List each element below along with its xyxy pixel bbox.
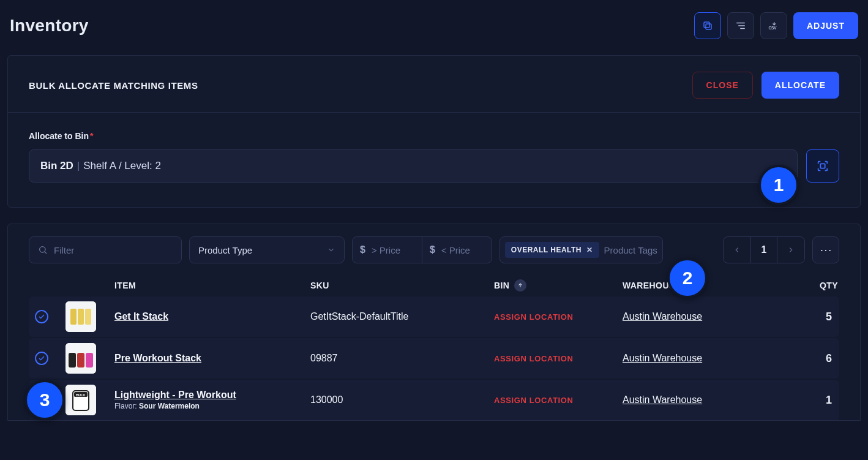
item-sku: 130000 [310, 394, 494, 405]
selected-bin-name: Bin 2D [40, 160, 73, 172]
svg-text:CSV: CSV [768, 26, 777, 30]
svg-rect-0 [706, 24, 711, 29]
selected-bin-pipe: | [77, 160, 80, 172]
col-item[interactable]: ITEM [114, 281, 310, 290]
filter-search[interactable] [29, 236, 182, 263]
svg-rect-13 [85, 309, 91, 325]
pager: 1 [723, 236, 805, 263]
scan-bin-button[interactable] [806, 149, 839, 183]
page-header: Inventory CSV ADJUST [0, 0, 868, 39]
inventory-list: Product Type $ $ OVERALL HEALTH ✕ Produc… [7, 224, 861, 421]
inventory-table: ITEM SKU BIN WAREHOUSE QTY [8, 279, 860, 420]
sort-asc-icon [514, 279, 526, 292]
copy-icon [702, 20, 713, 31]
product-type-label: Product Type [198, 245, 252, 255]
item-qty: 6 [757, 352, 839, 365]
product-thumbnail: BULK [65, 385, 96, 415]
export-csv-button[interactable]: CSV [760, 12, 787, 39]
dollar-icon: $ [360, 244, 365, 255]
item-name-link[interactable]: Get It Stack [114, 311, 168, 322]
svg-rect-6 [820, 164, 825, 168]
table-row: Get It Stack GetItStack-DefaultTitle ASS… [29, 296, 839, 337]
svg-rect-17 [86, 353, 93, 368]
product-thumbnail [65, 343, 96, 374]
pager-number: 1 [750, 236, 777, 263]
col-warehouse[interactable]: WAREHOUSE [623, 281, 757, 290]
page-title: Inventory [10, 16, 89, 36]
svg-point-7 [40, 247, 45, 252]
item-variant: Flavor: Sour Watermelon [114, 402, 310, 410]
dollar-icon: $ [430, 244, 435, 255]
selected-bin-path: Shelf A / Level: 2 [83, 160, 161, 172]
item-qty: 1 [757, 394, 839, 407]
chevron-down-icon [327, 246, 335, 254]
table-row: BULK Lightweight - Pre Workout Flavor: S… [29, 380, 839, 420]
item-name-link[interactable]: Pre Workout Stack [114, 353, 201, 363]
close-button[interactable]: CLOSE [692, 72, 753, 99]
row-select-checkbox[interactable] [35, 393, 48, 407]
assign-location-link[interactable]: ASSIGN LOCATION [494, 396, 573, 405]
pager-next[interactable] [777, 236, 804, 263]
allocate-bin-select[interactable]: Bin 2D | Shelf A / Level: 2 [29, 149, 798, 183]
col-sku[interactable]: SKU [310, 281, 494, 290]
assign-location-link[interactable]: ASSIGN LOCATION [494, 312, 573, 322]
table-row: Pre Workout Stack 09887 ASSIGN LOCATION … [29, 338, 839, 379]
product-thumbnail [65, 301, 96, 332]
svg-rect-16 [77, 353, 84, 368]
allocate-bin-label: Allocate to Bin * [29, 131, 839, 141]
svg-rect-15 [69, 353, 76, 368]
price-max-input[interactable] [441, 245, 484, 255]
warehouse-link[interactable]: Austin Warehouse [623, 394, 702, 405]
col-bin[interactable]: BIN [494, 279, 623, 292]
allocate-button[interactable]: ALLOCATE [761, 72, 839, 99]
item-sku: GetItStack-DefaultTitle [310, 311, 494, 322]
csv-export-icon: CSV [768, 20, 780, 31]
svg-rect-12 [78, 309, 84, 325]
required-asterisk: * [90, 131, 93, 141]
product-tags-placeholder: Product Tags [604, 245, 657, 255]
view-grid-button[interactable] [694, 12, 721, 39]
adjust-button[interactable]: ADJUST [793, 12, 858, 39]
svg-rect-11 [70, 309, 77, 325]
scan-icon [816, 159, 829, 173]
warehouse-link[interactable]: Austin Warehouse [623, 311, 702, 322]
more-actions-button[interactable]: ⋯ [812, 236, 839, 263]
bulk-allocate-header: BULK ALLOCATE MATCHING ITEMS CLOSE ALLOC… [8, 56, 860, 113]
item-qty: 5 [757, 311, 839, 323]
row-select-checkbox[interactable] [35, 310, 48, 323]
filter-bar: Product Type $ $ OVERALL HEALTH ✕ Produc… [8, 224, 860, 263]
view-tree-button[interactable] [727, 12, 754, 39]
table-header: ITEM SKU BIN WAREHOUSE QTY [29, 279, 839, 296]
svg-line-8 [45, 252, 47, 254]
item-name-link[interactable]: Lightweight - Pre Workout [114, 390, 236, 400]
header-actions: CSV ADJUST [694, 12, 858, 39]
tree-icon [735, 20, 746, 31]
col-qty[interactable]: QTY [757, 281, 839, 290]
product-type-select[interactable]: Product Type [189, 236, 345, 263]
bulk-allocate-title: BULK ALLOCATE MATCHING ITEMS [29, 80, 198, 91]
product-tags-input[interactable]: OVERALL HEALTH ✕ Product Tags [499, 236, 663, 263]
price-range: $ $ [352, 236, 492, 263]
tag-remove-icon[interactable]: ✕ [586, 246, 593, 254]
item-sku: 09887 [310, 353, 494, 364]
pager-prev[interactable] [724, 236, 750, 263]
price-min-input[interactable] [372, 245, 414, 255]
assign-location-link[interactable]: ASSIGN LOCATION [494, 354, 573, 363]
filter-input[interactable] [54, 245, 173, 255]
tag-chip-overall-health[interactable]: OVERALL HEALTH ✕ [505, 242, 599, 258]
tag-chip-label: OVERALL HEALTH [511, 246, 582, 254]
row-select-checkbox[interactable] [35, 352, 48, 365]
dots-icon: ⋯ [820, 244, 832, 256]
bulk-allocate-panel: BULK ALLOCATE MATCHING ITEMS CLOSE ALLOC… [7, 55, 861, 208]
svg-rect-1 [704, 22, 709, 28]
search-icon [38, 245, 48, 255]
warehouse-link[interactable]: Austin Warehouse [623, 353, 702, 363]
svg-text:BULK: BULK [76, 393, 85, 397]
